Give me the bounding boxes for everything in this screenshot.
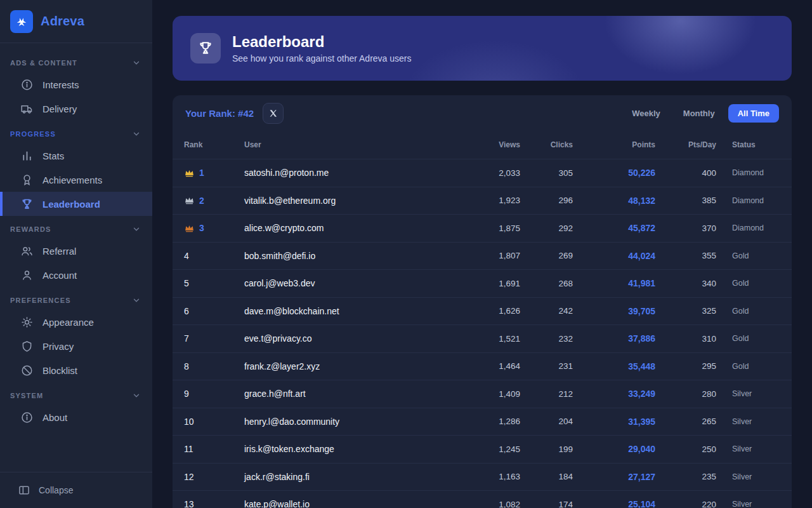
chevron-down-icon [132, 58, 141, 67]
user-email: iris.k@token.exchange [244, 444, 469, 454]
rank-number: 4 [184, 251, 189, 261]
col-status: Status [716, 140, 780, 149]
status-badge: Diamond [716, 224, 780, 232]
points-value: 50,226 [573, 168, 655, 178]
col-rank: Rank [184, 140, 244, 149]
ptsday-value: 325 [655, 306, 716, 316]
sidebar-item-label: Referral [43, 246, 76, 257]
x-logo-icon [268, 109, 278, 118]
sidebar-item-privacy[interactable]: Privacy [0, 334, 152, 358]
views-value: 1,163 [469, 472, 520, 481]
clicks-value: 292 [520, 224, 573, 233]
status-badge: Silver [716, 500, 780, 508]
trophy-icon [20, 197, 34, 211]
rank-number: 12 [184, 472, 194, 482]
rank-cell: 1 [184, 168, 244, 178]
views-value: 1,626 [469, 306, 520, 316]
status-badge: Gold [716, 307, 780, 316]
users-icon [20, 244, 34, 258]
rank-cell: 2 [184, 195, 244, 206]
table-row: 10 henry.l@dao.community 1,286 204 31,39… [173, 408, 792, 436]
section-progress[interactable]: PROGRESS [0, 121, 152, 144]
info-icon [20, 78, 34, 91]
share-x-button[interactable] [263, 103, 284, 124]
sidebar-item-about[interactable]: About [0, 405, 152, 429]
collapse-button[interactable]: Collapse [0, 472, 152, 508]
section-system[interactable]: SYSTEM [0, 382, 152, 405]
tab-all-time[interactable]: All Time [728, 104, 779, 123]
sidebar-item-account[interactable]: Account [0, 263, 152, 287]
views-value: 1,521 [469, 334, 520, 344]
medal-icon [20, 173, 34, 187]
logo-icon [10, 10, 33, 33]
user-email: jack.r@staking.fi [244, 472, 469, 482]
sidebar-item-interests[interactable]: Interests [0, 72, 152, 97]
status-badge: Silver [716, 389, 780, 398]
user-email: kate.p@wallet.io [244, 499, 469, 508]
trophy-icon [190, 33, 221, 64]
table-row: 3 alice.w@crypto.com 1,875 292 45,872 37… [173, 214, 792, 242]
clicks-value: 232 [520, 334, 573, 344]
points-value: 29,040 [573, 444, 655, 454]
sidebar-item-stats[interactable]: Stats [0, 144, 152, 168]
sidebar-item-delivery[interactable]: Delivery [0, 97, 152, 121]
sidebar-item-label: Stats [43, 150, 64, 161]
points-value: 33,249 [573, 389, 655, 399]
points-value: 31,395 [573, 417, 655, 427]
section-rewards[interactable]: REWARDS [0, 216, 152, 239]
rank-number: 11 [184, 444, 193, 454]
sidebar-item-label: Leaderboard [43, 199, 100, 210]
section-preferences[interactable]: PREFERENCES [0, 287, 152, 310]
clicks-value: 269 [520, 251, 573, 260]
status-badge: Silver [716, 417, 780, 426]
section-label: REWARDS [10, 225, 51, 233]
user-email: grace.h@nft.art [244, 389, 469, 399]
user-email: carol.j@web3.dev [244, 278, 469, 288]
rank-cell: 13 [184, 499, 244, 508]
page-title: Leaderboard [232, 33, 412, 51]
table-row: 1 satoshi.n@proton.me 2,033 305 50,226 4… [173, 159, 792, 187]
chevron-down-icon [132, 130, 141, 138]
rank-number: 1 [199, 168, 204, 178]
ptsday-value: 235 [655, 472, 716, 481]
status-badge: Gold [716, 279, 780, 288]
points-value: 27,127 [573, 472, 655, 482]
rank-cell: 9 [184, 389, 244, 399]
sidebar-item-blocklist[interactable]: Blocklist [0, 358, 152, 382]
clicks-value: 268 [520, 279, 573, 288]
sidebar-item-label: Interests [43, 79, 79, 90]
truck-icon [20, 102, 34, 116]
views-value: 1,464 [469, 361, 520, 371]
clicks-value: 199 [520, 444, 573, 454]
table-header: Rank User Views Clicks Points Pts/Day St… [173, 131, 792, 159]
table-row: 7 eve.t@privacy.co 1,521 232 37,886 310 … [173, 324, 792, 352]
clicks-value: 204 [520, 417, 573, 426]
sidebar-item-achievements[interactable]: Achievements [0, 168, 152, 192]
tab-monthly[interactable]: Monthly [674, 104, 724, 123]
sidebar-item-leaderboard[interactable]: Leaderboard [0, 192, 152, 216]
tab-weekly[interactable]: Weekly [622, 104, 670, 123]
rank-cell: 11 [184, 444, 244, 454]
sidebar-item-label: Appearance [43, 317, 94, 328]
points-value: 44,024 [573, 251, 655, 261]
col-views: Views [469, 140, 520, 149]
section-label: PREFERENCES [10, 297, 71, 304]
ptsday-value: 355 [655, 251, 716, 260]
clicks-value: 184 [520, 472, 573, 481]
crown-icon [184, 195, 195, 206]
user-email: alice.w@crypto.com [244, 223, 469, 233]
points-value: 35,448 [573, 361, 655, 371]
section-label: ADS & CONTENT [10, 59, 77, 67]
user-icon [20, 269, 34, 282]
section-ads-content[interactable]: ADS & CONTENT [0, 50, 152, 72]
app-logo: Adreva [0, 0, 152, 43]
leaderboard-card: Your Rank: #42 Weekly Monthly All Time R… [173, 95, 792, 508]
sidebar-item-label: Blocklist [43, 365, 77, 376]
clicks-value: 231 [520, 361, 573, 371]
sidebar-item-appearance[interactable]: Appearance [0, 310, 152, 334]
sidebar-item-referral[interactable]: Referral [0, 239, 152, 263]
rank-cell: 5 [184, 278, 244, 288]
views-value: 1,409 [469, 389, 520, 399]
rank-number: 7 [184, 333, 189, 344]
chevron-down-icon [132, 225, 141, 234]
